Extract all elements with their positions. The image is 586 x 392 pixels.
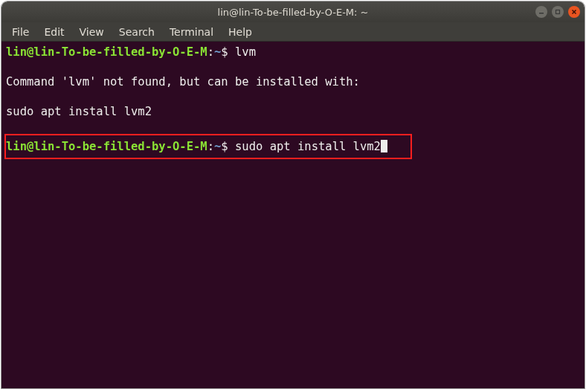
cursor-icon [381,140,387,152]
output-line: sudo apt install lvm2 [6,104,580,119]
terminal-window: lin@lin-To-be-filled-by-O-E-M: ~ File Ed… [1,1,585,388]
svg-rect-0 [539,13,544,14]
blank-line [6,119,580,134]
close-button[interactable] [568,6,580,18]
prompt-userhost: lin@lin-To-be-filled-by-O-E-M [6,45,207,59]
command-text: lvm [235,45,256,59]
minimize-button[interactable] [535,6,547,18]
highlight-annotation: lin@lin-To-be-filled-by-O-E-M:~$ sudo ap… [4,134,412,159]
command-text: sudo apt install lvm2 [235,140,381,153]
blank-line [6,60,580,74]
menu-search[interactable]: Search [112,24,162,40]
menu-help[interactable]: Help [221,24,260,40]
prompt-path: ~ [214,140,221,153]
menu-file[interactable]: File [4,24,36,40]
svg-rect-1 [556,10,560,14]
prompt-dollar: $ [221,45,235,59]
blank-line [6,89,580,104]
maximize-button[interactable] [552,6,564,18]
menu-view[interactable]: View [72,24,112,40]
window-controls [535,6,580,18]
prompt-userhost: lin@lin-To-be-filled-by-O-E-M [6,140,207,153]
window-title: lin@lin-To-be-filled-by-O-E-M: ~ [218,7,369,18]
terminal-line: lin@lin-To-be-filled-by-O-E-M:~$ lvm [6,45,580,60]
prompt-colon: : [207,45,214,59]
menu-edit[interactable]: Edit [36,24,71,40]
menu-terminal[interactable]: Terminal [162,24,221,40]
titlebar[interactable]: lin@lin-To-be-filled-by-O-E-M: ~ [1,1,585,22]
prompt-dollar: $ [221,140,235,153]
prompt-path: ~ [214,45,221,59]
terminal-line: lin@lin-To-be-filled-by-O-E-M:~$ sudo ap… [6,139,409,154]
output-line: Command 'lvm' not found, but can be inst… [6,74,580,89]
prompt-colon: : [207,140,214,153]
menubar: File Edit View Search Terminal Help [1,22,585,42]
terminal-area[interactable]: lin@lin-To-be-filled-by-O-E-M:~$ lvm Com… [1,42,585,388]
